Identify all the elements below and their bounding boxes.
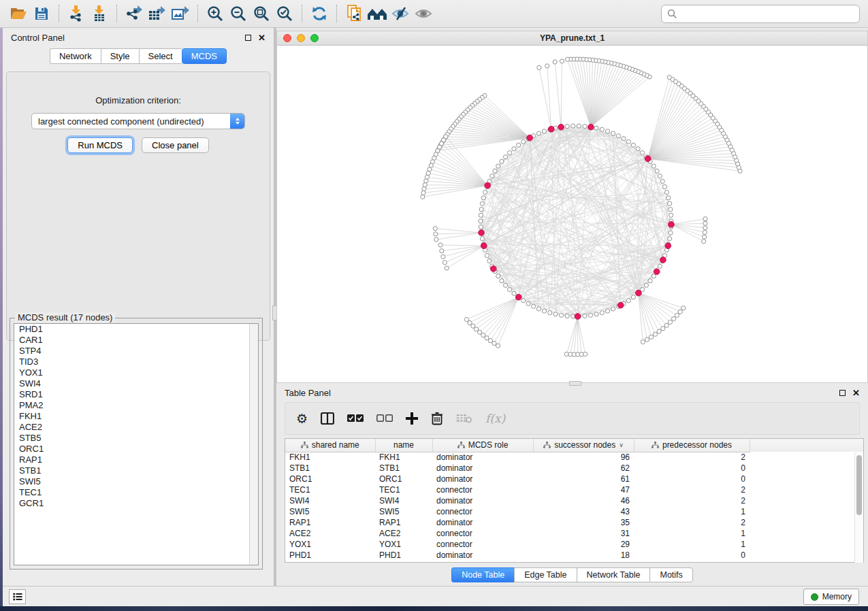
mcds-result-item[interactable]: YOX1 — [14, 367, 258, 378]
network-node[interactable] — [507, 150, 511, 154]
settings-icon[interactable]: ⚙ — [296, 410, 308, 427]
select-all-icon[interactable] — [347, 410, 364, 427]
network-node[interactable] — [479, 208, 483, 212]
network-node[interactable] — [565, 124, 569, 128]
network-hub-node[interactable] — [665, 243, 671, 249]
table-row[interactable]: SWI4SWI4dominator462 — [285, 495, 863, 506]
export-network-icon[interactable] — [123, 3, 146, 24]
network-node[interactable] — [521, 299, 526, 303]
network-node[interactable] — [658, 174, 662, 178]
network-node[interactable] — [468, 320, 472, 325]
network-node[interactable] — [660, 179, 664, 183]
network-node[interactable] — [512, 147, 516, 151]
network-node[interactable] — [652, 164, 656, 168]
show-all-icon[interactable] — [412, 3, 435, 24]
network-node[interactable] — [631, 143, 635, 147]
network-node[interactable] — [626, 299, 630, 303]
save-session-icon[interactable] — [30, 3, 53, 24]
network-node[interactable] — [594, 126, 598, 130]
table-row[interactable]: ORC1ORC1dominator610 — [285, 474, 863, 484]
network-hub-node[interactable] — [527, 135, 533, 141]
run-mcds-button[interactable]: Run MCDS — [67, 137, 133, 153]
import-table-icon[interactable] — [88, 3, 111, 24]
mcds-result-item[interactable]: RAP1 — [14, 455, 258, 465]
mcds-result-item[interactable]: PHD1 — [14, 324, 258, 335]
table-row[interactable]: ACE2ACE2connector311 — [285, 528, 863, 539]
add-column-icon[interactable] — [406, 410, 418, 427]
network-node[interactable] — [422, 186, 426, 191]
network-node[interactable] — [631, 295, 635, 299]
delete-table-icon[interactable] — [456, 410, 472, 427]
network-node[interactable] — [605, 309, 609, 313]
hide-selected-icon[interactable] — [389, 3, 412, 24]
table-row[interactable]: PHD1PHD1dominator180 — [285, 550, 863, 561]
network-hub-node[interactable] — [660, 257, 666, 263]
network-node[interactable] — [479, 213, 483, 217]
network-node[interactable] — [553, 60, 557, 64]
clone-network-icon[interactable] — [342, 3, 366, 24]
network-node[interactable] — [605, 129, 609, 133]
table-row[interactable]: YOX1YOX1connector291 — [285, 539, 863, 550]
zoom-out-icon[interactable] — [227, 3, 250, 24]
mcds-result-item[interactable]: TEC1 — [14, 487, 258, 498]
network-hub-node[interactable] — [481, 243, 487, 249]
network-node[interactable] — [479, 219, 483, 223]
tab-motifs[interactable]: Motifs — [649, 567, 692, 582]
table-row[interactable]: TEC1TEC1connector472 — [285, 484, 863, 495]
mcds-result-item[interactable]: CAR1 — [14, 335, 258, 346]
network-node[interactable] — [496, 164, 500, 168]
network-node[interactable] — [669, 208, 673, 212]
network-node[interactable] — [668, 320, 672, 324]
mcds-result-item[interactable]: ORC1 — [14, 444, 258, 455]
network-node[interactable] — [421, 191, 425, 195]
mcds-result-item[interactable]: FKH1 — [14, 411, 258, 422]
result-scrollbar[interactable] — [249, 324, 258, 565]
network-node[interactable] — [559, 313, 563, 317]
window-minimize-icon[interactable] — [297, 34, 305, 42]
network-node[interactable] — [655, 169, 659, 173]
network-node[interactable] — [641, 340, 645, 344]
deselect-all-icon[interactable] — [376, 410, 393, 427]
network-node[interactable] — [565, 57, 569, 61]
mcds-result-item[interactable]: SRD1 — [14, 389, 258, 400]
tab-network-table[interactable]: Network Table — [577, 567, 650, 582]
zoom-in-icon[interactable] — [204, 3, 227, 24]
network-node[interactable] — [536, 307, 541, 311]
close-panel-icon[interactable]: ✕ — [258, 33, 266, 42]
network-node[interactable] — [622, 137, 626, 141]
open-file-icon[interactable] — [7, 3, 30, 24]
network-node[interactable] — [503, 155, 507, 159]
network-hub-node[interactable] — [548, 126, 554, 132]
network-hub-node[interactable] — [645, 156, 651, 162]
network-node[interactable] — [664, 323, 669, 327]
network-node[interactable] — [571, 124, 575, 128]
network-node[interactable] — [611, 131, 615, 135]
network-node[interactable] — [542, 309, 546, 313]
network-node[interactable] — [703, 226, 707, 230]
network-node[interactable] — [425, 175, 429, 179]
network-node[interactable] — [434, 232, 438, 236]
network-node[interactable] — [667, 76, 671, 80]
network-node[interactable] — [471, 324, 475, 328]
network-node[interactable] — [702, 240, 706, 244]
network-node[interactable] — [526, 301, 530, 306]
network-node[interactable] — [441, 254, 445, 259]
network-node[interactable] — [438, 243, 443, 247]
network-node[interactable] — [485, 253, 489, 257]
network-node[interactable] — [657, 329, 661, 333]
show-columns-icon[interactable] — [321, 410, 334, 427]
network-node[interactable] — [671, 316, 675, 320]
network-node[interactable] — [421, 195, 425, 199]
network-node[interactable] — [636, 147, 640, 151]
network-node[interactable] — [611, 307, 615, 311]
network-node[interactable] — [480, 201, 484, 205]
network-node[interactable] — [517, 143, 521, 147]
network-node[interactable] — [500, 279, 504, 283]
network-node[interactable] — [583, 314, 587, 318]
network-node[interactable] — [653, 332, 657, 336]
network-node[interactable] — [475, 327, 479, 331]
network-node[interactable] — [479, 225, 483, 229]
network-node[interactable] — [616, 134, 620, 138]
network-node[interactable] — [666, 196, 671, 200]
network-node[interactable] — [662, 184, 666, 188]
